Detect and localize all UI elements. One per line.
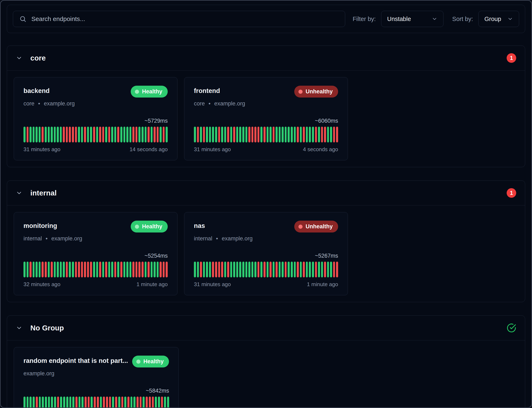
status-bar[interactable] (248, 262, 250, 277)
status-bar[interactable] (291, 127, 293, 143)
status-bar[interactable] (24, 262, 25, 277)
status-bar[interactable] (273, 127, 275, 143)
status-bar[interactable] (158, 397, 160, 408)
status-bar[interactable] (45, 262, 47, 277)
status-bar[interactable] (154, 127, 156, 143)
status-bar[interactable] (35, 127, 38, 143)
status-bar[interactable] (148, 127, 150, 143)
status-bar[interactable] (282, 127, 284, 143)
status-bar[interactable] (140, 397, 142, 408)
chevron-down-icon[interactable] (16, 55, 22, 61)
status-bar[interactable] (224, 262, 226, 277)
status-bar[interactable] (197, 262, 199, 277)
status-bar[interactable] (157, 127, 159, 143)
status-bar[interactable] (114, 262, 116, 277)
status-bar[interactable] (133, 397, 135, 408)
status-bar[interactable] (260, 262, 262, 277)
status-bar[interactable] (294, 127, 296, 143)
status-bar[interactable] (87, 262, 89, 277)
status-bar[interactable] (120, 127, 122, 143)
status-bar[interactable] (69, 397, 72, 408)
status-bar[interactable] (163, 262, 165, 277)
status-bar[interactable] (69, 262, 71, 277)
search-input[interactable] (31, 15, 339, 22)
status-bar[interactable] (42, 127, 44, 143)
sort-select[interactable]: Group (478, 11, 519, 27)
status-bar[interactable] (206, 127, 208, 143)
status-bar[interactable] (111, 262, 113, 277)
status-bar[interactable] (270, 127, 272, 143)
status-bar[interactable] (233, 127, 235, 143)
filter-select[interactable]: Unstable (381, 11, 443, 27)
status-bar[interactable] (109, 397, 111, 408)
status-bar[interactable] (137, 397, 139, 408)
status-bar[interactable] (60, 397, 62, 408)
status-bar[interactable] (36, 397, 38, 408)
status-bar[interactable] (267, 262, 269, 277)
status-bar[interactable] (90, 127, 92, 143)
status-bar[interactable] (72, 397, 75, 408)
uptime-bars[interactable] (194, 127, 338, 143)
status-bar[interactable] (209, 262, 211, 277)
status-bar[interactable] (39, 397, 41, 408)
status-bar[interactable] (135, 127, 138, 143)
status-bar[interactable] (203, 262, 205, 277)
status-bar[interactable] (129, 262, 132, 277)
status-bar[interactable] (27, 127, 29, 143)
status-bar[interactable] (93, 127, 95, 143)
status-bar[interactable] (239, 262, 241, 277)
status-bar[interactable] (141, 127, 144, 143)
status-bar[interactable] (45, 397, 47, 408)
status-bar[interactable] (103, 397, 105, 408)
group-header-internal[interactable]: internal 1 (7, 181, 525, 205)
status-bar[interactable] (321, 262, 323, 277)
status-bar[interactable] (315, 127, 317, 143)
status-bar[interactable] (285, 127, 287, 143)
status-bar[interactable] (117, 262, 119, 277)
status-bar[interactable] (146, 397, 148, 408)
status-bar[interactable] (117, 127, 119, 143)
status-bar[interactable] (194, 262, 196, 277)
status-bar[interactable] (324, 127, 326, 143)
status-bar[interactable] (221, 127, 223, 143)
status-bar[interactable] (91, 397, 93, 408)
status-bar[interactable] (227, 262, 229, 277)
uptime-bars[interactable] (24, 127, 168, 143)
status-bar[interactable] (148, 262, 150, 277)
status-bar[interactable] (166, 127, 168, 143)
status-bar[interactable] (164, 397, 166, 408)
status-bar[interactable] (75, 127, 77, 143)
status-bar[interactable] (251, 262, 254, 277)
status-bar[interactable] (88, 397, 90, 408)
status-bar[interactable] (306, 262, 308, 277)
status-bar[interactable] (54, 397, 56, 408)
status-bar[interactable] (33, 262, 35, 277)
chevron-down-icon[interactable] (16, 325, 22, 331)
status-bar[interactable] (149, 397, 151, 408)
status-bar[interactable] (84, 127, 86, 143)
status-bar[interactable] (82, 397, 83, 408)
status-bar[interactable] (306, 127, 308, 143)
status-bar[interactable] (309, 127, 311, 143)
status-bar[interactable] (300, 127, 302, 143)
status-bar[interactable] (66, 127, 68, 143)
status-bar[interactable] (27, 262, 29, 277)
status-bar[interactable] (333, 262, 335, 277)
status-bar[interactable] (106, 397, 108, 408)
status-bar[interactable] (303, 127, 305, 143)
status-bar[interactable] (300, 262, 302, 277)
status-bar[interactable] (327, 262, 329, 277)
status-bar[interactable] (115, 397, 117, 408)
status-bar[interactable] (209, 127, 211, 143)
status-bar[interactable] (200, 127, 202, 143)
endpoint-card-backend[interactable]: backend Healthy core • example.org ~5729… (14, 77, 177, 160)
status-bar[interactable] (60, 127, 62, 143)
endpoint-card-frontend[interactable]: frontend Unhealthy core • example.org ~6… (184, 77, 348, 160)
status-bar[interactable] (99, 127, 101, 143)
status-bar[interactable] (212, 127, 214, 143)
status-bar[interactable] (288, 262, 290, 277)
status-bar[interactable] (35, 262, 38, 277)
status-bar[interactable] (224, 127, 226, 143)
status-bar[interactable] (66, 397, 68, 408)
status-bar[interactable] (155, 397, 157, 408)
